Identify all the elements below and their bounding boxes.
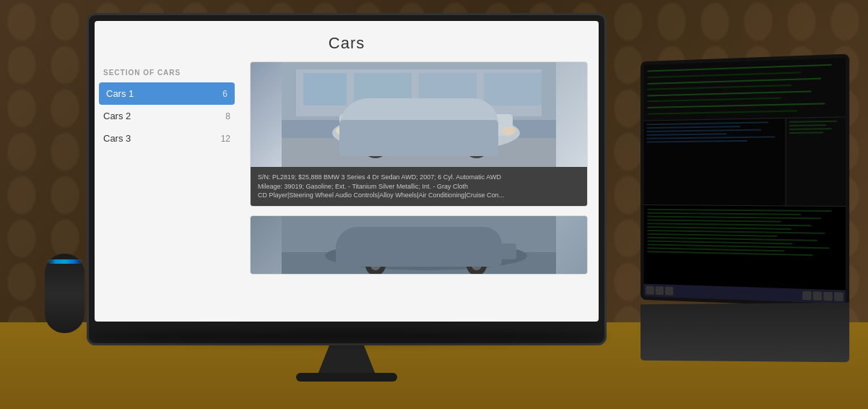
- svg-point-11: [389, 100, 439, 123]
- monitor-screen: Cars SECTION OF CARS Cars 1 6 Cars 2 8: [95, 21, 599, 322]
- car-info-1: S/N: PL2819; $25,888 BMW 3 Series 4 Dr S…: [251, 167, 587, 206]
- car-info-line1: S/N: PL2819; $25,888 BMW 3 Series 4 Dr S…: [258, 173, 580, 182]
- sidebar-item-cars2-label: Cars 2: [103, 111, 131, 121]
- laptop-top-section: [644, 58, 846, 121]
- sidebar-item-cars3[interactable]: Cars 3 12: [95, 127, 239, 150]
- svg-point-27: [370, 260, 381, 270]
- terminal-line: [647, 233, 777, 237]
- svg-point-13: [363, 132, 389, 158]
- terminal-line: [647, 72, 801, 78]
- svg-point-17: [336, 126, 350, 135]
- amazon-echo: [45, 254, 84, 333]
- terminal-line: [647, 103, 825, 108]
- sidebar-item-cars1-count: 6: [222, 89, 227, 99]
- svg-point-8: [332, 113, 520, 153]
- terminal-line: [646, 140, 747, 143]
- laptop-mid-left: [644, 119, 786, 206]
- svg-rect-3: [303, 73, 347, 106]
- svg-rect-5: [419, 73, 477, 106]
- svg-point-21: [325, 241, 527, 270]
- taskbar-icon: [656, 286, 664, 295]
- svg-point-14: [368, 138, 383, 152]
- svg-point-24: [386, 231, 441, 250]
- svg-point-28: [466, 255, 487, 274]
- car-image-2: [251, 216, 587, 274]
- terminal-line: [647, 90, 811, 96]
- laptop-screen-frame: [641, 53, 849, 307]
- screen-body: SECTION OF CARS Cars 1 6 Cars 2 8 Cars 3…: [95, 61, 599, 322]
- page-title: Cars: [95, 21, 599, 61]
- echo-ring-light: [47, 259, 83, 264]
- terminal-line: [789, 121, 837, 123]
- car-info-line3: CD Player|Steering Wheel Audio Controls|…: [258, 191, 580, 200]
- svg-point-29: [472, 260, 482, 270]
- sidebar-item-cars3-count: 12: [221, 134, 230, 144]
- terminal-line: [646, 126, 740, 129]
- svg-point-25: [437, 234, 480, 250]
- svg-point-23: [361, 231, 484, 257]
- car-info-line2: Mileage: 39019; Gasoline; Ext. - Titaniu…: [258, 182, 580, 191]
- laptop-screen-content: [644, 58, 846, 303]
- terminal-line: [646, 136, 775, 139]
- terminal-line: [647, 98, 781, 103]
- sidebar-item-cars2[interactable]: Cars 2 8: [95, 105, 239, 127]
- laptop-mid-right: [786, 117, 846, 206]
- taskbar-icon: [646, 286, 654, 295]
- car-svg-1: [251, 62, 587, 167]
- laptop-middle: [644, 117, 846, 207]
- terminal-line: [789, 128, 832, 130]
- sidebar-section-label: SECTION OF CARS: [95, 69, 239, 82]
- svg-rect-4: [354, 73, 412, 106]
- monitor-shadow: [87, 330, 607, 344]
- terminal-line: [647, 219, 781, 222]
- terminal-line: [647, 209, 831, 212]
- sidebar-item-cars2-count: 8: [225, 111, 230, 121]
- car-image-1: [251, 62, 587, 167]
- terminal-line: [647, 110, 797, 114]
- svg-rect-7: [282, 138, 556, 167]
- terminal-line: [647, 226, 791, 230]
- terminal-line: [789, 124, 826, 126]
- svg-point-12: [435, 103, 475, 123]
- terminal-line: [647, 85, 791, 90]
- car-card-2[interactable]: [250, 215, 588, 275]
- car-card-1[interactable]: S/N: PL2819; $25,888 BMW 3 Series 4 Dr S…: [250, 61, 588, 207]
- car-svg-2: [251, 216, 587, 274]
- taskbar-icon: [665, 287, 673, 296]
- svg-point-10: [365, 98, 480, 130]
- terminal-line: [646, 121, 768, 125]
- sidebar-item-cars3-label: Cars 3: [103, 133, 131, 144]
- echo-body: [45, 254, 84, 333]
- car-listings: S/N: PL2819; $25,888 BMW 3 Series 4 Dr S…: [239, 61, 599, 322]
- taskbar-icon: [823, 292, 833, 301]
- screen-content: Cars SECTION OF CARS Cars 1 6 Cars 2 8: [95, 21, 599, 322]
- svg-point-26: [365, 255, 386, 274]
- taskbar-icon: [834, 292, 843, 301]
- terminal-line: [789, 132, 824, 134]
- sidebar: SECTION OF CARS Cars 1 6 Cars 2 8 Cars 3…: [95, 61, 239, 322]
- laptop-bottom-terminal: [644, 205, 846, 290]
- svg-rect-9: [339, 114, 513, 136]
- terminal-line: [647, 77, 821, 84]
- terminal-line: [647, 223, 811, 226]
- laptop: [637, 58, 846, 361]
- main-monitor: Cars SECTION OF CARS Cars 1 6 Cars 2 8: [87, 13, 607, 345]
- monitor-frame: Cars SECTION OF CARS Cars 1 6 Cars 2 8: [87, 13, 607, 345]
- terminal-line: [646, 133, 726, 136]
- taskbar-icon: [802, 291, 811, 301]
- terminal-line: [647, 64, 831, 72]
- svg-point-16: [469, 138, 484, 152]
- laptop-keyboard: [641, 303, 849, 363]
- sidebar-item-cars1[interactable]: Cars 1 6: [99, 82, 235, 105]
- sidebar-item-cars1-label: Cars 1: [106, 88, 134, 99]
- svg-point-18: [502, 126, 516, 135]
- svg-rect-6: [484, 73, 542, 106]
- monitor-base: [296, 373, 397, 382]
- terminal-line: [647, 212, 801, 215]
- terminal-line: [647, 251, 813, 256]
- svg-rect-22: [336, 244, 516, 259]
- terminal-top: [644, 58, 846, 121]
- svg-point-15: [464, 132, 490, 158]
- terminal-line: [646, 129, 761, 132]
- taskbar-icon: [813, 291, 823, 301]
